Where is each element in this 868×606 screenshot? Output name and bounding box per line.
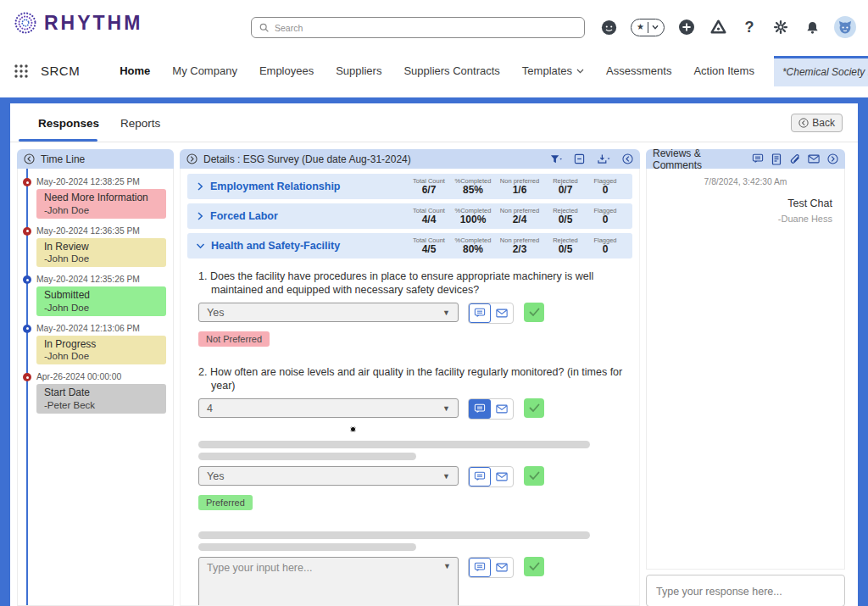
details-panel: Details : ESG Survey (Due date Aug-31-20… <box>180 149 640 606</box>
back-button[interactable]: Back <box>791 114 843 132</box>
approve-check-button[interactable] <box>524 557 544 576</box>
nav-item-action-items[interactable]: Action Items <box>693 64 754 77</box>
timeline-event: May-20-2024 12:35:26 PM Submitted -John … <box>18 275 173 316</box>
star-icon: ★ <box>637 23 644 31</box>
timeline-event: Apr-26-2024 00:00:00 Start Date -Peter B… <box>18 372 173 414</box>
nav-item-employees[interactable]: Employees <box>259 64 314 77</box>
favorites-star-toggle[interactable]: ★ <box>631 19 665 36</box>
event-timestamp: May-20-2024 12:36:35 PM <box>36 226 173 236</box>
approve-check-button[interactable] <box>524 303 544 322</box>
stat-non-preferred: 2/3 <box>495 244 544 255</box>
tab-responses[interactable]: Responses <box>38 117 99 130</box>
nav-item-my-company[interactable]: My Company <box>172 64 237 77</box>
approve-check-button[interactable] <box>524 466 544 486</box>
stat-completed: 80% <box>451 244 495 255</box>
nav-item-suppliers[interactable]: Suppliers <box>336 64 381 77</box>
filter-icon[interactable] <box>550 154 562 164</box>
nav-item-home[interactable]: Home <box>120 64 150 77</box>
user-avatar[interactable] <box>834 16 856 38</box>
stat-rejected: 0/5 <box>544 214 587 225</box>
nav-item-templates[interactable]: Templates <box>522 64 584 77</box>
skeleton-bar <box>198 441 590 448</box>
brand-name: RHYTHM <box>44 12 142 35</box>
notes-document-icon[interactable] <box>771 153 782 165</box>
rhythm-swirl-icon <box>14 11 37 35</box>
answer-select[interactable]: Yes ▼ <box>198 466 459 486</box>
tab-reports[interactable]: Reports <box>120 117 160 130</box>
comment-button[interactable] <box>469 303 491 323</box>
add-icon[interactable] <box>677 17 696 37</box>
timeline-dot <box>23 227 31 236</box>
event-timestamp: May-20-2024 12:13:06 PM <box>36 324 173 333</box>
event-status-card: In Review -John Doe <box>36 238 166 268</box>
message-text: Test Chat <box>647 197 832 209</box>
record-tab-label: *Chemical Society Located i... <box>782 66 868 78</box>
email-button[interactable] <box>491 399 513 419</box>
nav-item-suppliers-contracts[interactable]: Suppliers Contracts <box>403 64 499 77</box>
collapse-left-icon[interactable] <box>24 153 35 164</box>
chevron-down-icon <box>576 69 584 74</box>
section-employment-relationship[interactable]: Employment Relationship Total Count6/7 %… <box>187 174 632 199</box>
question-1: 1. Does the facility have procedures in … <box>198 270 632 347</box>
comment-icon[interactable] <box>752 153 764 164</box>
details-title: Details : ESG Survey (Due date Aug-31-20… <box>203 153 411 165</box>
comment-button[interactable] <box>469 467 491 486</box>
stat-total-count: 4/5 <box>407 244 451 255</box>
open-record-tab[interactable]: *Chemical Society Located i... X <box>774 56 868 86</box>
integrations-icon[interactable] <box>709 17 727 37</box>
email-icon[interactable] <box>808 154 820 164</box>
answer-select[interactable]: 4 ▼ <box>198 398 459 418</box>
skeleton-bar <box>198 453 416 460</box>
question-text: 2. How often are noise levels and air qu… <box>198 365 626 392</box>
timeline-event: May-20-2024 12:13:06 PM In Progress -Joh… <box>18 324 173 365</box>
timeline-body: May-20-2024 12:38:25 PM Need More Inform… <box>17 169 174 606</box>
collapse-all-icon[interactable] <box>574 153 585 164</box>
global-search[interactable] <box>251 17 585 38</box>
section-health-and-safety[interactable]: Health and Safety-Facility Total Count4/… <box>187 233 632 259</box>
answer-select[interactable]: Yes ▼ <box>198 303 459 322</box>
brand-logo: RHYTHM <box>14 11 142 35</box>
expand-panel-icon[interactable] <box>827 153 838 164</box>
answer-textarea[interactable] <box>198 557 459 606</box>
email-button[interactable] <box>491 303 513 323</box>
nav-item-assessments[interactable]: Assessments <box>606 64 671 77</box>
response-input[interactable] <box>656 586 835 598</box>
timeline-event: May-20-2024 12:38:25 PM Need More Inform… <box>18 177 173 219</box>
event-timestamp: May-20-2024 12:35:26 PM <box>36 275 173 284</box>
email-button[interactable] <box>491 467 513 486</box>
notifications-bell-icon[interactable] <box>803 17 821 37</box>
assistant-mascot-icon[interactable] <box>599 17 618 37</box>
top-header: RHYTHM ★ <box>0 0 868 53</box>
stat-flagged: 0 <box>587 185 624 196</box>
app-grid-icon[interactable] <box>14 64 29 79</box>
comment-button[interactable] <box>469 558 491 577</box>
expand-right-icon[interactable] <box>186 153 198 164</box>
section-forced-labor[interactable]: Forced Labor Total Count4/4 %Completed10… <box>187 203 632 229</box>
download-icon[interactable] <box>597 153 610 164</box>
event-status-card: Start Date -Peter Beck <box>36 384 166 414</box>
comment-button-active[interactable] <box>469 399 491 419</box>
stat-total-count: 4/4 <box>407 214 451 225</box>
stat-non-preferred: 2/4 <box>495 214 544 225</box>
preference-badge: Preferred <box>198 495 253 510</box>
search-input[interactable] <box>275 23 577 33</box>
approve-check-button[interactable] <box>524 398 544 418</box>
header-toolbar: ★ ? <box>599 16 856 38</box>
stat-flagged: 0 <box>587 244 624 255</box>
response-input-box[interactable] <box>646 575 845 606</box>
stat-completed: 100% <box>451 214 495 225</box>
email-button[interactable] <box>491 558 513 577</box>
reviews-panel: Reviews & Comments <box>646 149 845 606</box>
event-timestamp: Apr-26-2024 00:00:00 <box>36 372 173 381</box>
attachment-paperclip-icon[interactable] <box>789 153 800 165</box>
chevron-down-icon <box>196 242 205 250</box>
event-status-card: Submitted -John Doe <box>36 286 166 316</box>
timeline-dot <box>23 325 31 333</box>
help-icon[interactable]: ? <box>740 17 759 37</box>
stat-rejected: 0/7 <box>544 185 587 196</box>
settings-gear-icon[interactable] <box>771 17 790 37</box>
preference-badge: Not Preferred <box>198 331 270 347</box>
collapse-panel-icon[interactable] <box>622 153 633 164</box>
reviews-toolbar <box>752 153 838 165</box>
details-body: Employment Relationship Total Count6/7 %… <box>180 169 640 606</box>
